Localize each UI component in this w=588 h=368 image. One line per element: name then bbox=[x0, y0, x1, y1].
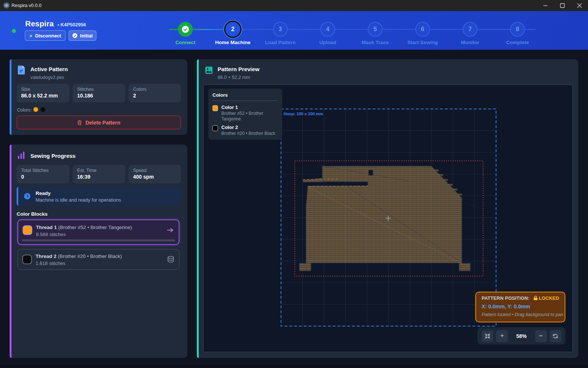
svg-text:Hoop: 100 x 100 mm: Hoop: 100 x 100 mm bbox=[284, 112, 323, 116]
